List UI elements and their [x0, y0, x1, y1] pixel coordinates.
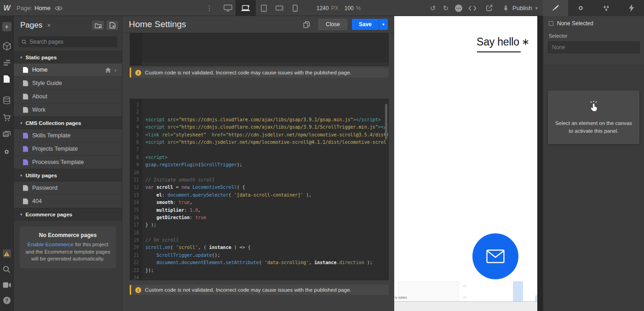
no-ecommerce-box: No Ecommerce pages Enable Ecommerce for …	[20, 226, 116, 268]
breakpoint-switcher	[220, 0, 303, 16]
breakpoint-phone-icon[interactable]	[287, 0, 303, 16]
save-button[interactable]: Save	[352, 19, 379, 30]
find-search-icon[interactable]	[0, 261, 14, 277]
video-tutorials-icon[interactable]	[0, 277, 14, 293]
caret-down-icon: ▾	[535, 6, 538, 11]
page-item-password[interactable]: Password	[14, 181, 122, 195]
publish-label: Publish	[512, 5, 532, 11]
breakpoint-laptop-icon[interactable]	[236, 0, 256, 16]
breakpoint-desktop-icon[interactable]	[220, 0, 236, 16]
duplicate-page-icon[interactable]	[303, 21, 310, 28]
right-panel-tabs	[543, 0, 644, 16]
page-item-projects-template[interactable]: Projects Template	[14, 142, 122, 156]
editor-scrollbar-thumb[interactable]	[385, 104, 387, 140]
chevron-right-icon[interactable]: ›	[115, 67, 116, 74]
home-settings-panel: Home Settings Close Save ▾ ! Custom code…	[122, 16, 394, 311]
tab-interactions-bolt-icon[interactable]	[619, 0, 644, 16]
enable-ecommerce-link[interactable]: Enable Ecommerce	[28, 242, 74, 247]
caret-down-icon: ▾	[20, 121, 23, 125]
canvas-width-value: 1240	[316, 5, 329, 11]
audit-warning-icon[interactable]	[0, 246, 14, 261]
save-button-group: Save ▾	[352, 19, 388, 30]
chart-bar	[513, 281, 523, 301]
ecommerce-cart-icon[interactable]	[0, 110, 14, 125]
pages-section-static-pages[interactable]: ▾Static pages	[14, 51, 122, 63]
pages-icon[interactable]	[0, 71, 14, 87]
page-icon	[23, 94, 28, 100]
caret-down-icon: ▾	[20, 55, 23, 60]
select-element-hint-panel: Select an element on the canvas to activ…	[548, 90, 639, 144]
horizontal-scrollbar[interactable]	[142, 62, 388, 65]
cms-database-icon[interactable]	[0, 92, 14, 108]
pages-section-utility-pages[interactable]: ▾Utility pages	[14, 169, 122, 181]
contact-circle-button[interactable]	[472, 233, 518, 279]
pages-section-ecommerce-pages[interactable]: ▾Ecommerce pages	[14, 208, 122, 221]
share-icon[interactable]	[483, 0, 495, 16]
close-pages-panel-icon[interactable]: ×	[47, 22, 51, 29]
pages-panel-title: Pages	[20, 21, 42, 30]
assets-icon[interactable]	[0, 126, 14, 142]
body-code-editor[interactable]: 123456789101112131415161718192021222324 …	[130, 99, 389, 280]
no-ecommerce-title: No Ecommerce pages	[24, 232, 111, 238]
navigator-icon[interactable]	[0, 55, 14, 70]
close-button[interactable]: Close	[318, 19, 347, 30]
webflow-logo-icon[interactable]: W	[0, 0, 14, 16]
new-folder-button[interactable]	[92, 21, 104, 30]
pages-search[interactable]	[18, 36, 117, 47]
pages-panel: Pages × ▾Static pagesHome›Style GuideAbo…	[14, 16, 122, 311]
say-hello-heading[interactable]: Say hello	[477, 36, 529, 48]
new-page-button[interactable]	[106, 21, 118, 30]
preview-eye-icon[interactable]	[52, 0, 64, 16]
add-elements-icon[interactable]: +	[0, 19, 14, 34]
help-icon[interactable]: ?	[0, 293, 14, 308]
canvas-page[interactable]: Say hello ly sales 40 20	[394, 16, 537, 311]
save-options-caret-icon[interactable]: ▾	[379, 19, 388, 30]
faint-chart-card	[398, 281, 459, 301]
page-item-work[interactable]: Work	[14, 103, 122, 117]
hint-text: Select an element on the canvas to activ…	[555, 119, 633, 135]
settings-header: Home Settings Close Save ▾	[122, 16, 394, 33]
page-item-about[interactable]: About	[14, 90, 122, 103]
axis-tick: 20	[463, 296, 466, 299]
breakpoint-tablet-icon[interactable]	[256, 0, 271, 16]
pages-section-cms-collection-pages[interactable]: ▾CMS Collection pages	[14, 117, 122, 129]
page-item-404[interactable]: 404	[14, 195, 122, 208]
page-item-home[interactable]: Home›	[14, 63, 122, 77]
page-item-skills-template[interactable]: Skills Template	[14, 129, 122, 142]
page-label: Page:	[17, 5, 32, 11]
export-code-icon[interactable]	[466, 0, 478, 16]
design-canvas[interactable]: Say hello ly sales 40 20	[394, 16, 543, 311]
panel-menu-kebab-icon[interactable]: ⋮	[203, 0, 215, 16]
no-ecommerce-body: Enable Ecommerce for this project and th…	[24, 241, 111, 263]
selector-input[interactable]	[548, 41, 640, 53]
style-inspector-panel: None Selected Selector Select an element…	[543, 16, 644, 311]
canvas-dimensions[interactable]: 1240 PX 100 %	[316, 0, 361, 16]
page-icon	[23, 185, 28, 191]
selection-status-label: None Selected	[557, 20, 593, 27]
page-item-style-guide[interactable]: Style Guide	[14, 77, 122, 90]
components-cube-icon[interactable]	[0, 38, 14, 54]
tab-settings-gear-icon[interactable]	[568, 0, 593, 16]
left-toolbar: + ?	[0, 16, 14, 311]
settings-title: Home Settings	[129, 19, 186, 29]
pages-panel-header: Pages ×	[14, 16, 122, 34]
pages-search-input[interactable]	[29, 39, 114, 45]
project-settings-gear-icon[interactable]	[0, 144, 14, 159]
comments-icon[interactable]	[453, 0, 465, 16]
email-envelope-icon	[486, 249, 505, 263]
chart-bar	[535, 295, 537, 301]
redo-icon[interactable]: ↻	[440, 0, 452, 16]
caret-down-icon: ▾	[20, 212, 23, 217]
publish-button[interactable]: Publish ▾	[502, 0, 538, 16]
asterisk-icon	[522, 39, 529, 45]
page-item-processes-template[interactable]: Processes Template	[14, 156, 122, 169]
page-icon	[23, 198, 28, 204]
tab-style-manager-drops-icon[interactable]	[593, 0, 619, 16]
canvas-zoom-value: 100	[345, 5, 354, 11]
page-indicator[interactable]: Page: Home	[17, 0, 51, 16]
tab-style-brush-icon[interactable]	[543, 0, 568, 16]
warning-icon: !	[135, 287, 141, 293]
undo-icon[interactable]: ↺	[427, 0, 439, 16]
head-code-editor-partial[interactable]	[130, 33, 389, 66]
breakpoint-phone-landscape-icon[interactable]	[271, 0, 287, 16]
